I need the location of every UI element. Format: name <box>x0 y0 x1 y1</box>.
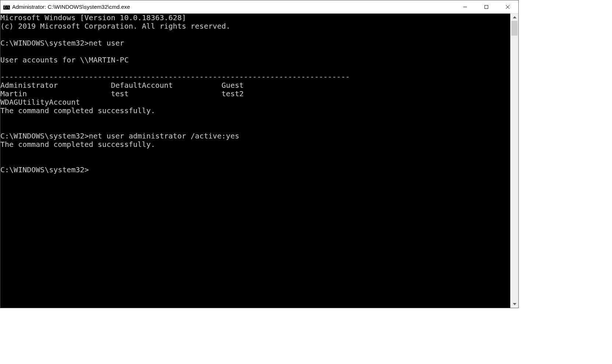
scroll-down-arrow[interactable] <box>511 300 518 308</box>
svg-marker-8 <box>513 303 516 305</box>
scroll-up-arrow[interactable] <box>511 14 518 21</box>
cmd-icon: C:\ <box>3 4 10 10</box>
svg-marker-7 <box>513 16 516 18</box>
client-area: Microsoft Windows [Version 10.0.18363.62… <box>0 14 518 308</box>
console-output[interactable]: Microsoft Windows [Version 10.0.18363.62… <box>0 14 510 308</box>
svg-rect-4 <box>485 5 488 8</box>
scroll-thumb[interactable] <box>511 21 518 36</box>
minimize-button[interactable] <box>454 0 476 13</box>
close-button[interactable] <box>497 0 518 13</box>
vertical-scrollbar[interactable] <box>510 14 518 308</box>
svg-rect-1 <box>3 4 10 6</box>
svg-text:C:\: C:\ <box>4 6 10 9</box>
maximize-button[interactable] <box>476 0 497 13</box>
scroll-track[interactable] <box>511 21 518 300</box>
titlebar[interactable]: C:\ Administrator: C:\WINDOWS\system32\c… <box>0 0 518 14</box>
window-controls <box>454 0 518 13</box>
window-title: Administrator: C:\WINDOWS\system32\cmd.e… <box>12 4 130 10</box>
cmd-window: C:\ Administrator: C:\WINDOWS\system32\c… <box>0 0 519 308</box>
